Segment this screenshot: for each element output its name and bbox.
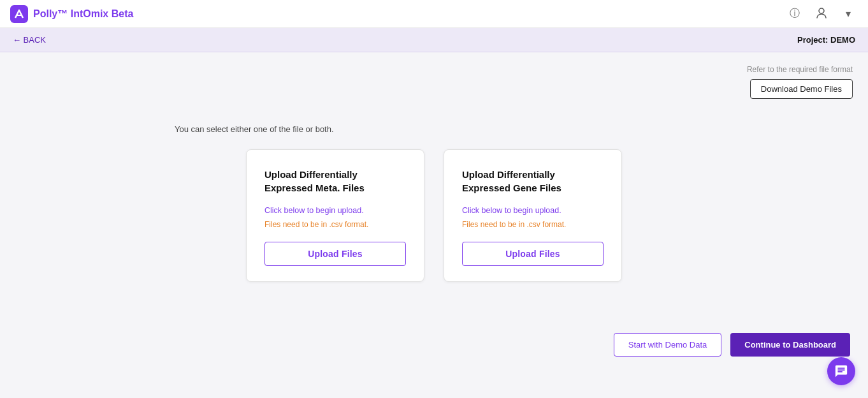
gene-card-title: Upload Differentially Expressed Gene Fil… xyxy=(462,168,604,195)
svg-point-1 xyxy=(819,8,824,13)
meta-card-title: Upload Differentially Expressed Meta. Fi… xyxy=(264,168,406,195)
user-button[interactable] xyxy=(812,4,831,24)
meta-card-format: Files need to be in .csv format. xyxy=(264,220,406,229)
top-actions: Refer to the required file format Downlo… xyxy=(747,65,853,99)
main-content: Refer to the required file format Downlo… xyxy=(0,52,868,369)
selection-hint: You can select either one of the file or… xyxy=(175,124,334,134)
chevron-down-icon: ▾ xyxy=(846,8,851,20)
refer-text: Refer to the required file format xyxy=(747,65,853,74)
project-label: Project: DEMO xyxy=(797,35,855,45)
project-name: DEMO xyxy=(830,35,855,45)
upload-gene-files-button[interactable]: Upload Files xyxy=(462,242,604,266)
app-title: Polly™ IntOmix Beta xyxy=(33,8,133,20)
app-header: Polly™ IntOmix Beta ⓘ ▾ xyxy=(0,0,868,28)
upload-card-gene: Upload Differentially Expressed Gene Fil… xyxy=(444,149,622,282)
header-right: ⓘ ▾ xyxy=(785,4,858,24)
info-button[interactable]: ⓘ xyxy=(785,4,804,24)
nav-bar: ← BACK Project: DEMO xyxy=(0,28,868,52)
continue-dashboard-button[interactable]: Continue to Dashboard xyxy=(730,333,850,357)
back-link[interactable]: ← BACK xyxy=(13,35,46,45)
start-demo-button[interactable]: Start with Demo Data xyxy=(614,333,722,357)
header-left: Polly™ IntOmix Beta xyxy=(10,5,133,23)
meta-card-subtitle: Click below to begin upload. xyxy=(264,206,406,215)
user-icon xyxy=(815,6,828,22)
info-icon: ⓘ xyxy=(790,7,800,20)
upload-card-meta: Upload Differentially Expressed Meta. Fi… xyxy=(246,149,424,282)
polly-logo-icon xyxy=(10,5,28,23)
chevron-down-button[interactable]: ▾ xyxy=(839,4,858,24)
download-demo-button[interactable]: Download Demo Files xyxy=(750,79,853,99)
upload-section: You can select either one of the file or… xyxy=(15,124,853,282)
bottom-actions: Start with Demo Data Continue to Dashboa… xyxy=(15,333,853,357)
upload-cards: Upload Differentially Expressed Meta. Fi… xyxy=(15,149,853,282)
chat-bubble-button[interactable] xyxy=(827,357,855,385)
upload-meta-files-button[interactable]: Upload Files xyxy=(264,242,406,266)
svg-rect-0 xyxy=(10,5,28,23)
gene-card-subtitle: Click below to begin upload. xyxy=(462,206,604,215)
chat-icon xyxy=(834,364,848,378)
gene-card-format: Files need to be in .csv format. xyxy=(462,220,604,229)
